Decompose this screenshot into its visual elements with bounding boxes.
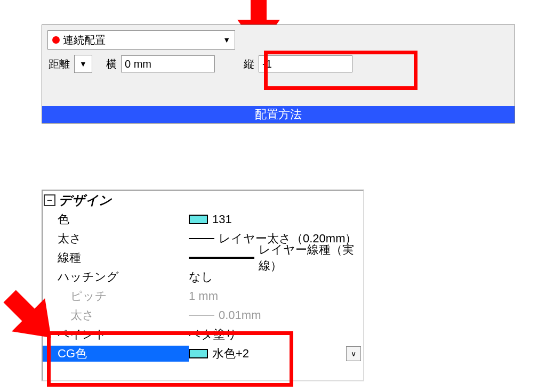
prop-label: 太さ xyxy=(43,231,189,247)
vertical-label: 縦 xyxy=(243,57,255,71)
prop-row-pitch[interactable]: ピッチ 1 mm xyxy=(43,287,363,306)
prop-value: ベタ塗り xyxy=(189,326,237,342)
prop-label: ピッチ xyxy=(43,288,189,304)
prop-label: 太さ xyxy=(43,307,189,323)
distance-unit-combo[interactable]: ▼ xyxy=(74,55,92,73)
collapse-toggle[interactable]: − xyxy=(44,194,55,206)
color-swatch-icon xyxy=(189,349,208,358)
placement-panel: 連続配置 ▼ 距離 ▼ 横 縦 配置方法 xyxy=(42,24,515,124)
line-style-icon xyxy=(189,257,254,259)
distance-label: 距離 xyxy=(47,57,71,71)
line-weight-icon xyxy=(189,238,214,239)
prop-row-hatching[interactable]: ハッチング なし xyxy=(43,267,363,287)
prop-row-thick2[interactable]: 太さ 0.01mm xyxy=(43,306,363,325)
prop-value: 1 mm xyxy=(189,289,218,303)
line-weight-icon xyxy=(189,315,214,316)
prop-row-color[interactable]: 色 131 xyxy=(43,210,363,229)
prop-label: 色 xyxy=(43,211,189,227)
section-title: デザイン xyxy=(59,192,112,209)
vertical-input[interactable] xyxy=(259,55,352,72)
prop-value: 131 xyxy=(212,213,232,226)
chevron-down-icon: ▼ xyxy=(223,36,230,44)
chevron-down-icon: ▼ xyxy=(79,60,87,68)
prop-label: CG色 xyxy=(43,346,189,362)
prop-label: ペイント xyxy=(43,326,189,342)
prop-row-linetype[interactable]: 線種 レイヤー線種（実線） xyxy=(43,248,363,267)
prop-value: なし xyxy=(189,269,213,285)
cgcolor-dropdown-button[interactable]: ∨ xyxy=(346,346,361,361)
prop-label: ハッチング xyxy=(43,269,189,285)
color-swatch-icon xyxy=(189,215,208,224)
mode-combo[interactable]: 連続配置 ▼ xyxy=(47,30,235,50)
chevron-down-icon: ∨ xyxy=(351,349,356,358)
prop-label: 線種 xyxy=(43,250,189,266)
prop-value: 水色+2 xyxy=(212,346,249,362)
mode-combo-label: 連続配置 xyxy=(63,33,223,47)
prop-value: 0.01mm xyxy=(219,308,261,322)
design-property-grid: − デザイン 色 131 太さ レイヤー太さ（0.20mm） 線種 レイヤー線種… xyxy=(42,190,364,381)
minus-box-icon: − xyxy=(47,195,53,205)
prop-row-paint[interactable]: ペイント ベタ塗り xyxy=(43,325,363,344)
horizontal-label: 横 xyxy=(105,57,118,71)
horizontal-input[interactable] xyxy=(121,55,215,72)
record-dot-icon xyxy=(52,36,60,44)
placement-method-header: 配置方法 xyxy=(42,106,515,123)
prop-row-cgcolor[interactable]: CG色 水色+2 ∨ xyxy=(43,344,363,363)
